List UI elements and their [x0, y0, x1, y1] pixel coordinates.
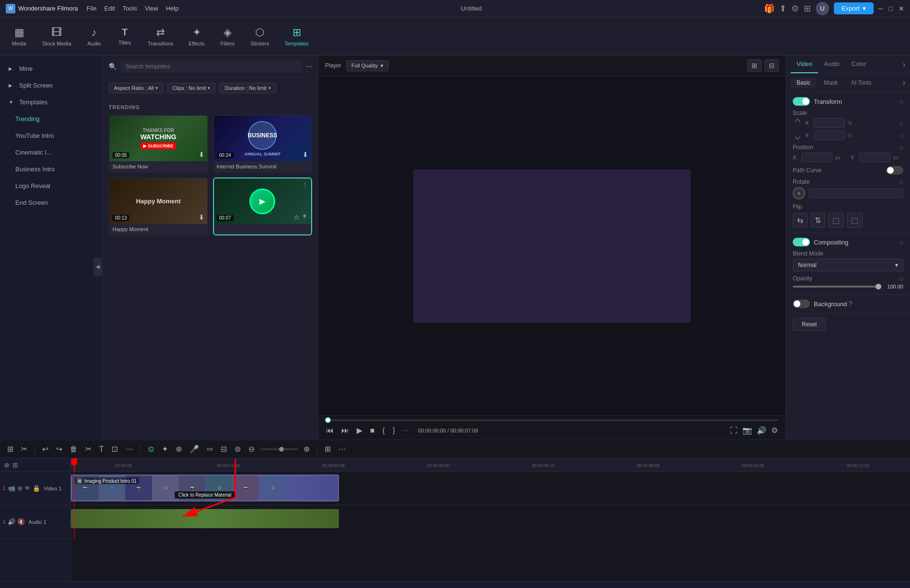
rotate-circle[interactable]: ● — [793, 187, 805, 200]
tab-color[interactable]: Color — [845, 55, 872, 73]
sidebar-item-business-intro[interactable]: Business Intro — [0, 161, 102, 178]
tl-zoom-minus-button[interactable]: ⊖ — [246, 443, 257, 455]
mark-in-button[interactable]: { — [382, 425, 386, 436]
sidebar-item-mine[interactable]: ▶ Mine — [0, 60, 102, 77]
tl-add-track-button[interactable]: ⊞ — [5, 443, 16, 455]
scale-x-diamond[interactable]: ◇ — [899, 121, 903, 126]
timeline-clip[interactable]: 📷 👤 📷 🖼 📸 🖼 📷 🖼 ⊞ Imaging Product Intro … — [71, 475, 339, 501]
scale-x-input[interactable]: 100.00 — [814, 118, 845, 128]
video-eye-icon[interactable]: 👁 — [24, 485, 31, 492]
sub-tab-more-icon[interactable]: › — [903, 78, 905, 87]
reset-button[interactable]: Reset — [793, 318, 826, 331]
quality-select[interactable]: Full Quality ▾ — [346, 60, 389, 71]
transform-diamond[interactable]: ◇ — [899, 99, 903, 105]
flip-diag2-button[interactable]: ⬚ — [847, 213, 863, 228]
compositing-diamond[interactable]: ◇ — [899, 239, 903, 245]
sub-tab-basic[interactable]: Basic — [791, 78, 816, 88]
rotate-input[interactable]: 0.00° — [809, 189, 903, 198]
toolbar-media[interactable]: ▦ Media — [5, 23, 34, 49]
rotate-diamond[interactable]: ◇ — [899, 179, 903, 185]
flip-h-button[interactable]: ⇆ — [793, 213, 808, 228]
tl-zoom-slider[interactable] — [260, 448, 298, 450]
panel-tab-more-icon[interactable]: › — [903, 60, 905, 69]
play-button[interactable]: ▶ — [356, 425, 363, 436]
tl-snap-button[interactable]: ⊚ — [232, 443, 243, 455]
menu-view[interactable]: View — [145, 5, 158, 12]
tl-redo-button[interactable]: ↪ — [54, 443, 65, 455]
clips-filter[interactable]: Clips : No limit ▾ — [167, 83, 215, 93]
toolbar-effects[interactable]: ✦ Effects — [182, 23, 211, 49]
toolbar-audio[interactable]: ♪ Audio — [80, 23, 109, 49]
pro-star-icon[interactable]: ☆ — [293, 213, 300, 221]
toolbar-titles[interactable]: T Titles — [111, 24, 139, 48]
template-happy-moment[interactable]: Happy Moment 00:13 ⬇ Happy Moment — [109, 178, 208, 235]
sidebar-item-end-screen[interactable]: End Screen — [0, 194, 102, 211]
transform-toggle[interactable] — [793, 97, 810, 106]
skip-back-button[interactable]: ⏮ — [325, 425, 335, 436]
toolbar-transitions[interactable]: ⇄ Transitions — [141, 23, 180, 49]
tl-more-button[interactable]: ⋯ — [123, 443, 135, 455]
progress-knob[interactable] — [325, 417, 331, 423]
menu-help[interactable]: Help — [166, 5, 179, 12]
tl-cut-button[interactable]: ✂ — [83, 443, 94, 455]
user-avatar[interactable]: U — [816, 2, 829, 15]
pro-more-icon[interactable]: ⋮ — [302, 181, 308, 189]
opacity-slider[interactable] — [793, 286, 881, 288]
mark-out-button[interactable]: } — [392, 425, 396, 436]
compositing-toggle[interactable] — [793, 238, 810, 246]
tl-settings-button[interactable]: ⋯ — [336, 443, 348, 455]
tl-magnet-button[interactable]: ✂ — [19, 443, 30, 455]
flip-v-button[interactable]: ⇅ — [810, 213, 825, 228]
tab-video[interactable]: Video — [791, 55, 818, 73]
export-button[interactable]: Export ▾ — [834, 2, 874, 14]
template-subscribe-now[interactable]: THANKS FOR WATCHING ▶ SUBSCRIBE 00:05 ⬇ … — [109, 115, 208, 173]
tl-crop-button[interactable]: ⊡ — [109, 443, 120, 455]
flip-diag1-button[interactable]: ⬚ — [828, 213, 844, 228]
settings-ctrl-button[interactable]: ⚙ — [770, 425, 779, 436]
snapshot-button[interactable]: 📷 — [741, 425, 753, 436]
video-lock-icon[interactable]: 🔒 — [33, 485, 40, 492]
tl-effects-button[interactable]: ✦ — [159, 443, 170, 455]
sidebar-item-cinematic[interactable]: Cinematic I... — [0, 144, 102, 161]
pos-x-input[interactable]: 0.00 — [801, 153, 832, 162]
sidebar-item-trending[interactable]: Trending — [0, 111, 102, 127]
sidebar-item-split-screen[interactable]: ▶ Split Screen — [0, 77, 102, 94]
volume-button[interactable]: 🔊 — [756, 425, 767, 436]
toolbar-filters[interactable]: ◈ Filters — [213, 23, 242, 49]
search-input[interactable] — [121, 60, 302, 73]
close-button[interactable]: ✕ — [899, 5, 904, 12]
tab-audio[interactable]: Audio — [818, 55, 845, 73]
minimize-button[interactable]: ─ — [878, 5, 883, 12]
audio-mute-icon[interactable]: 🔇 — [17, 518, 25, 525]
tl-undo-button[interactable]: ↩ — [40, 443, 51, 455]
tl-speed-button[interactable]: ⇨ — [204, 443, 215, 455]
stop-button[interactable]: ■ — [369, 425, 376, 436]
opacity-diamond[interactable]: ◇ — [899, 276, 903, 282]
tl-clip-button[interactable]: ⊟ — [218, 443, 229, 455]
tl-active-tool-button[interactable]: ⊙ — [146, 443, 157, 455]
sub-tab-mask[interactable]: Mask — [818, 78, 843, 88]
pos-y-input[interactable]: 0.00 — [859, 153, 890, 162]
more-options-button[interactable]: ··· — [306, 62, 312, 71]
aspect-ratio-filter[interactable]: Aspect Ratio : All ▾ — [109, 83, 163, 93]
position-diamond[interactable]: ◇ — [899, 144, 903, 151]
tl-delete-button[interactable]: 🗑 — [67, 444, 80, 455]
timeline-hscroll[interactable] — [0, 581, 910, 588]
duration-filter[interactable]: Duration : No limit ▾ — [219, 83, 276, 93]
tl-grid-button[interactable]: ⊞ — [322, 443, 333, 455]
background-help-icon[interactable]: ? — [849, 300, 852, 307]
sidebar-collapse-button[interactable]: ◀ — [93, 257, 102, 277]
menu-file[interactable]: File — [87, 5, 97, 12]
fullscreen-button[interactable]: ⛶ — [729, 425, 739, 436]
menu-edit[interactable]: Edit — [104, 5, 115, 12]
track-settings-icon[interactable]: ⊞ — [12, 461, 18, 469]
template-pro[interactable]: ▶ ⋮ 00:07 ☆ ＋ — [213, 178, 313, 235]
menu-tools[interactable]: Tools — [123, 5, 137, 12]
path-curve-toggle[interactable] — [886, 166, 903, 175]
maximize-button[interactable]: □ — [889, 5, 893, 12]
background-toggle[interactable] — [793, 300, 810, 308]
video-add-icon[interactable]: ⊕ — [17, 485, 22, 492]
blend-mode-select[interactable]: Normal ▾ — [793, 259, 903, 271]
toolbar-templates[interactable]: ⊞ Templates — [278, 23, 315, 49]
sidebar-item-templates[interactable]: ▼ Templates — [0, 94, 102, 111]
